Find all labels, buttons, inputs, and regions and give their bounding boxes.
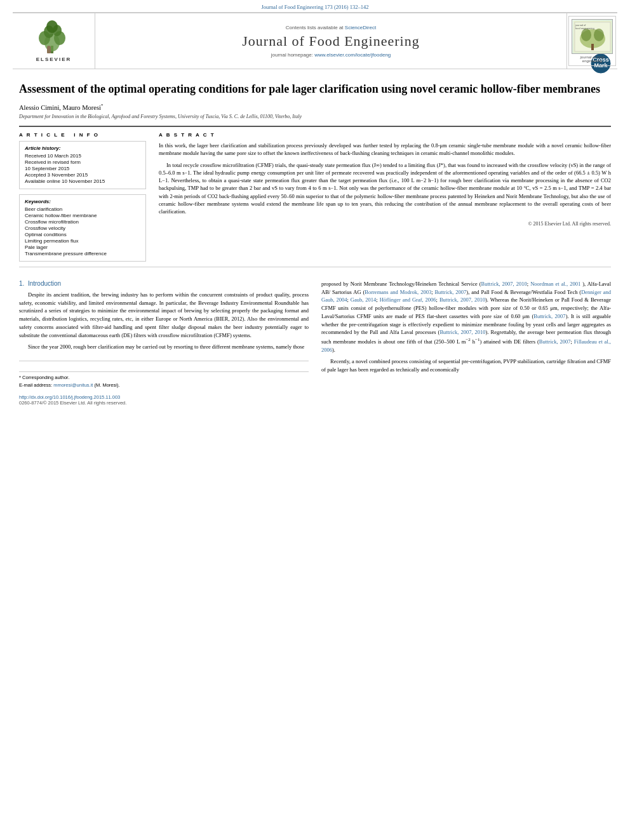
journal-citation: Journal of Food Engineering 173 (2016) 1… [0, 0, 630, 12]
keyword-5: Optimal conditions [25, 232, 140, 237]
main-content: Cross Mark Assessment of the optimal ope… [0, 69, 630, 415]
intro-para-3: proposed by Norit Membrane Technology/He… [321, 280, 611, 354]
received-date: Received 10 March 2015 [25, 153, 140, 159]
homepage-link[interactable]: www.elsevier.com/locate/jfoodeng [314, 52, 391, 58]
ref-buttrick-2007e[interactable]: Buttrick, 2007, 2010 [439, 329, 485, 335]
svg-point-8 [47, 46, 51, 50]
introduction-header: 1. Introduction [19, 280, 309, 287]
elsevier-wordmark: ELSEVIER [36, 57, 72, 62]
received-revised-label: Received in revised form [25, 159, 140, 165]
issn-rights: 0260-8774/© 2015 Elsevier Ltd. All right… [19, 400, 309, 406]
corresponding-note: * Corresponding author. [19, 375, 309, 380]
section-divider-top [19, 126, 611, 127]
ref-buttrick-2007c[interactable]: Buttrick, 2007, 2010 [439, 297, 485, 303]
email-link[interactable]: mmoresi@unitus.it [53, 382, 93, 388]
keyword-3: Crossflow microfiltration [25, 219, 140, 225]
ref-buttrick-2007[interactable]: Buttrick, 2007, 2010 [481, 281, 527, 287]
homepage-line: journal homepage: www.elsevier.com/locat… [271, 52, 391, 58]
email-note: E-mail address: mmoresi@unitus.it (M. Mo… [19, 382, 309, 388]
body-col-left: 1. Introduction Despite its ancient trad… [19, 280, 309, 406]
abstract-header: A B S T R A C T [159, 132, 611, 138]
intro-para-2: Since the year 2000, rough beer clarific… [19, 343, 309, 351]
accepted-date: Accepted 3 November 2015 [25, 172, 140, 178]
svg-rect-14 [591, 44, 594, 50]
info-abstract-section: A R T I C L E I N F O Article history: R… [19, 132, 611, 262]
ref-hoflinger[interactable]: Höflinger and Graf, 2006 [380, 297, 436, 303]
keyword-6: Limiting permeation flux [25, 238, 140, 244]
footnote-rule [19, 371, 309, 372]
journal-cover-svg: journal of food engineering [573, 21, 612, 53]
doi-link[interactable]: http://dx.doi.org/10.1016/j.jfoodeng.201… [19, 394, 309, 400]
abstract-text: In this work, the lager beer clarificati… [159, 142, 611, 216]
ref-buttrick-2007d[interactable]: Buttrick, 2007 [533, 313, 565, 319]
ref-borremans[interactable]: Borremans and Modrok, 2003 [365, 289, 431, 295]
intro-para-4: Recently, a novel combined process consi… [321, 357, 611, 374]
introduction-text-right: proposed by Norit Membrane Technology/He… [321, 280, 611, 374]
body-col-right: proposed by Norit Membrane Technology/He… [321, 280, 611, 406]
article-history-box: Article history: Received 10 March 2015 … [19, 141, 146, 189]
journal-icon-area: journal of food engineering journal of f… [566, 13, 617, 69]
revised-date: 10 September 2015 [25, 166, 140, 171]
doi-link-area: http://dx.doi.org/10.1016/j.jfoodeng.201… [19, 394, 309, 406]
keyword-4: Crossflow velocity [25, 225, 140, 231]
ref-noordman[interactable]: Noordman et al., 2001 [530, 281, 580, 287]
copyright-line: © 2015 Elsevier Ltd. All rights reserved… [159, 221, 611, 227]
ref-gaub[interactable]: Gaub, 2014 [351, 297, 377, 303]
footnotes: * Corresponding author. E-mail address: … [19, 361, 309, 388]
keywords-label: Keywords: [25, 199, 140, 204]
elsevier-tree-icon [33, 20, 74, 55]
introduction-text-left: Despite its ancient tradition, the brewi… [19, 291, 309, 351]
journal-header: ELSEVIER Contents lists available at Sci… [13, 12, 617, 69]
journal-icon-box: journal of food engineering journal of f… [568, 16, 616, 66]
keyword-1: Beer clarification [25, 206, 140, 212]
sciencedirect-line: Contents lists available at ScienceDirec… [286, 25, 376, 30]
keyword-8: Transmembrane pressure difference [25, 251, 140, 257]
keyword-2: Ceramic hollow-fiber membrane [25, 213, 140, 218]
elsevier-logo: ELSEVIER [33, 20, 74, 62]
article-info-header: A R T I C L E I N F O [19, 132, 146, 138]
keyword-7: Pale lager [25, 244, 140, 250]
keywords-box: Keywords: Beer clarification Ceramic hol… [19, 194, 146, 262]
svg-point-12 [581, 29, 591, 41]
intro-para-1: Despite its ancient tradition, the brewi… [19, 291, 309, 340]
authors: Alessio Cimini, Mauro Moresi* [19, 103, 611, 111]
journal-cover-icon: journal of food engineering [572, 19, 613, 54]
affiliation: Department for Innovation in the Biologi… [19, 114, 611, 119]
body-content: 1. Introduction Despite its ancient trad… [19, 280, 611, 406]
article-title: Assessment of the optimal operating cond… [19, 82, 611, 97]
abstract-paragraph-2: In total recycle crossflow microfiltrati… [159, 161, 611, 216]
ref-buttrick-2007f[interactable]: Buttrick, 2007 [539, 338, 571, 345]
journal-title-area: Contents lists available at ScienceDirec… [95, 13, 566, 69]
abstract-column: A B S T R A C T In this work, the lager … [159, 132, 611, 262]
journal-icon-label: journal of food engineering [572, 55, 613, 63]
article-info-column: A R T I C L E I N F O Article history: R… [19, 132, 146, 262]
ref-buttrick-2007b[interactable]: Buttrick, 2007 [434, 289, 466, 295]
abstract-paragraph-1: In this work, the lager beer clarificati… [159, 142, 611, 157]
section-divider-mid [19, 267, 611, 267]
online-date: Available online 10 November 2015 [25, 178, 140, 184]
svg-point-13 [594, 29, 604, 41]
history-label: Article history: [25, 145, 140, 151]
sciencedirect-link[interactable]: ScienceDirect [345, 25, 376, 30]
journal-title: Journal of Food Engineering [242, 33, 419, 50]
svg-point-6 [46, 20, 58, 33]
svg-text:food engineering: food engineering [575, 27, 594, 30]
elsevier-logo-area: ELSEVIER [13, 13, 95, 69]
